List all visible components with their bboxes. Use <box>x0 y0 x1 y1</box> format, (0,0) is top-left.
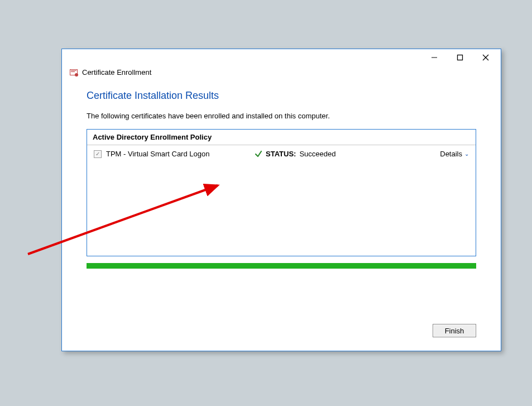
checkbox-icon[interactable]: ✓ <box>94 150 102 158</box>
certificate-name: TPM - Virtual Smart Card Logon <box>106 150 209 158</box>
status-check-icon <box>255 150 262 158</box>
maximize-button[interactable] <box>447 49 473 66</box>
certificate-row: ✓ TPM - Virtual Smart Card Logon STATUS:… <box>87 145 476 163</box>
details-label: Details <box>440 150 462 158</box>
finish-button[interactable]: Finish <box>433 324 476 337</box>
checkmark-icon: ✓ <box>95 151 100 157</box>
page-description: The following certificates have been enr… <box>87 112 476 120</box>
footer: Finish <box>433 324 476 337</box>
titlebar <box>62 49 501 66</box>
minimize-button[interactable] <box>421 49 447 66</box>
certificate-icon <box>70 69 79 77</box>
content-area: Certificate Installation Results The fol… <box>62 82 501 269</box>
details-toggle[interactable]: Details ⌄ <box>440 150 469 158</box>
progress-bar <box>87 263 476 269</box>
app-header: Certificate Enrollment <box>62 66 501 82</box>
page-title: Certificate Installation Results <box>87 90 476 102</box>
close-button[interactable] <box>473 49 499 66</box>
svg-point-7 <box>75 73 78 77</box>
chevron-down-icon: ⌄ <box>464 151 469 157</box>
svg-rect-1 <box>458 55 463 60</box>
status-label: STATUS: <box>266 150 296 158</box>
svg-rect-5 <box>71 70 76 71</box>
wizard-window: Certificate Enrollment Certificate Insta… <box>61 49 501 351</box>
svg-rect-6 <box>71 71 75 72</box>
policy-title: Active Directory Enrollment Policy <box>87 130 476 145</box>
status-value: Succeeded <box>299 150 336 158</box>
policy-box: Active Directory Enrollment Policy ✓ TPM… <box>87 129 476 256</box>
app-title: Certificate Enrollment <box>82 68 151 77</box>
